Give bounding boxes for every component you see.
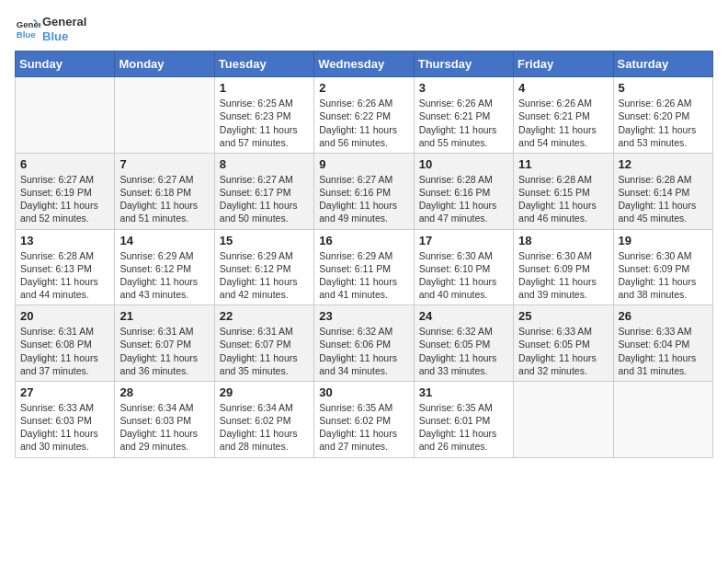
- calendar-cell: 13Sunrise: 6:28 AMSunset: 6:13 PMDayligh…: [16, 229, 115, 305]
- calendar-cell: 4Sunrise: 6:26 AMSunset: 6:21 PMDaylight…: [514, 77, 613, 154]
- calendar-cell: 25Sunrise: 6:33 AMSunset: 6:05 PMDayligh…: [514, 305, 613, 382]
- calendar-cell: 7Sunrise: 6:27 AMSunset: 6:18 PMDaylight…: [115, 153, 214, 229]
- day-number: 1: [220, 81, 309, 95]
- calendar-cell: 22Sunrise: 6:31 AMSunset: 6:07 PMDayligh…: [214, 305, 313, 382]
- calendar-cell: 11Sunrise: 6:28 AMSunset: 6:15 PMDayligh…: [514, 153, 613, 229]
- day-info: Sunrise: 6:27 AMSunset: 6:19 PMDaylight:…: [20, 173, 109, 225]
- day-number: 14: [119, 234, 209, 247]
- day-number: 2: [319, 81, 408, 95]
- calendar-header-monday: Monday: [115, 52, 214, 77]
- calendar-week-row: 6Sunrise: 6:27 AMSunset: 6:19 PMDaylight…: [16, 153, 713, 229]
- day-number: 27: [20, 385, 109, 399]
- day-info: Sunrise: 6:30 AMSunset: 6:09 PMDaylight:…: [518, 249, 608, 302]
- day-number: 21: [119, 309, 209, 323]
- day-info: Sunrise: 6:31 AMSunset: 6:07 PMDaylight:…: [220, 325, 309, 377]
- day-number: 13: [20, 234, 109, 247]
- day-info: Sunrise: 6:28 AMSunset: 6:15 PMDaylight:…: [518, 173, 608, 225]
- calendar-cell: [16, 77, 115, 154]
- day-number: 5: [619, 81, 708, 95]
- day-number: 20: [20, 309, 109, 323]
- calendar-cell: 15Sunrise: 6:29 AMSunset: 6:12 PMDayligh…: [214, 229, 313, 305]
- day-number: 4: [518, 81, 608, 95]
- calendar-cell: 5Sunrise: 6:26 AMSunset: 6:20 PMDaylight…: [613, 77, 712, 154]
- day-info: Sunrise: 6:33 AMSunset: 6:03 PMDaylight:…: [20, 401, 109, 454]
- day-info: Sunrise: 6:26 AMSunset: 6:20 PMDaylight:…: [619, 97, 708, 149]
- day-number: 17: [419, 234, 508, 247]
- day-number: 29: [220, 385, 309, 399]
- day-number: 10: [419, 157, 508, 171]
- day-info: Sunrise: 6:29 AMSunset: 6:11 PMDaylight:…: [319, 249, 408, 302]
- day-number: 16: [319, 234, 408, 247]
- logo-text-general: General: [42, 15, 86, 29]
- svg-text:Blue: Blue: [17, 29, 36, 39]
- calendar-cell: 28Sunrise: 6:34 AMSunset: 6:03 PMDayligh…: [115, 381, 214, 457]
- day-info: Sunrise: 6:27 AMSunset: 6:18 PMDaylight:…: [119, 173, 209, 225]
- calendar-cell: [514, 381, 613, 457]
- calendar-week-row: 20Sunrise: 6:31 AMSunset: 6:08 PMDayligh…: [16, 305, 713, 382]
- day-info: Sunrise: 6:27 AMSunset: 6:16 PMDaylight:…: [319, 173, 408, 225]
- calendar-header-sunday: Sunday: [16, 52, 115, 77]
- day-number: 30: [319, 385, 408, 399]
- day-number: 24: [419, 309, 508, 323]
- day-number: 25: [518, 309, 608, 323]
- day-info: Sunrise: 6:35 AMSunset: 6:01 PMDaylight:…: [419, 401, 508, 454]
- day-info: Sunrise: 6:32 AMSunset: 6:05 PMDaylight:…: [419, 325, 508, 377]
- calendar-week-row: 1Sunrise: 6:25 AMSunset: 6:23 PMDaylight…: [16, 77, 713, 154]
- day-info: Sunrise: 6:31 AMSunset: 6:08 PMDaylight:…: [20, 325, 109, 377]
- calendar-week-row: 27Sunrise: 6:33 AMSunset: 6:03 PMDayligh…: [16, 381, 713, 457]
- page-header: General Blue General Blue: [15, 15, 713, 43]
- logo: General Blue General Blue: [15, 15, 86, 43]
- day-info: Sunrise: 6:28 AMSunset: 6:14 PMDaylight:…: [619, 173, 708, 225]
- day-info: Sunrise: 6:27 AMSunset: 6:17 PMDaylight:…: [220, 173, 309, 225]
- calendar-cell: 3Sunrise: 6:26 AMSunset: 6:21 PMDaylight…: [414, 77, 513, 154]
- calendar-header-wednesday: Wednesday: [314, 52, 414, 77]
- day-info: Sunrise: 6:30 AMSunset: 6:10 PMDaylight:…: [419, 249, 508, 302]
- day-number: 12: [619, 157, 708, 171]
- day-info: Sunrise: 6:34 AMSunset: 6:03 PMDaylight:…: [119, 401, 209, 454]
- calendar-table: SundayMondayTuesdayWednesdayThursdayFrid…: [15, 51, 713, 457]
- day-info: Sunrise: 6:26 AMSunset: 6:22 PMDaylight:…: [319, 97, 408, 149]
- day-info: Sunrise: 6:26 AMSunset: 6:21 PMDaylight:…: [419, 97, 508, 149]
- calendar-cell: 1Sunrise: 6:25 AMSunset: 6:23 PMDaylight…: [214, 77, 313, 154]
- calendar-cell: 24Sunrise: 6:32 AMSunset: 6:05 PMDayligh…: [414, 305, 513, 382]
- svg-text:General: General: [17, 19, 40, 29]
- day-info: Sunrise: 6:28 AMSunset: 6:16 PMDaylight:…: [419, 173, 508, 225]
- calendar-cell: 30Sunrise: 6:35 AMSunset: 6:02 PMDayligh…: [314, 381, 414, 457]
- calendar-cell: 19Sunrise: 6:30 AMSunset: 6:09 PMDayligh…: [613, 229, 712, 305]
- calendar-cell: 26Sunrise: 6:33 AMSunset: 6:04 PMDayligh…: [613, 305, 712, 382]
- calendar-header-thursday: Thursday: [414, 52, 513, 77]
- day-info: Sunrise: 6:29 AMSunset: 6:12 PMDaylight:…: [119, 249, 209, 302]
- day-info: Sunrise: 6:29 AMSunset: 6:12 PMDaylight:…: [220, 249, 309, 302]
- day-number: 19: [619, 234, 708, 247]
- day-number: 18: [518, 234, 608, 247]
- day-number: 11: [518, 157, 608, 171]
- calendar-cell: 31Sunrise: 6:35 AMSunset: 6:01 PMDayligh…: [414, 381, 513, 457]
- calendar-cell: 9Sunrise: 6:27 AMSunset: 6:16 PMDaylight…: [314, 153, 414, 229]
- day-number: 28: [119, 385, 209, 399]
- calendar-cell: 23Sunrise: 6:32 AMSunset: 6:06 PMDayligh…: [314, 305, 414, 382]
- day-info: Sunrise: 6:26 AMSunset: 6:21 PMDaylight:…: [518, 97, 608, 149]
- calendar-cell: 2Sunrise: 6:26 AMSunset: 6:22 PMDaylight…: [314, 77, 414, 154]
- logo-icon: General Blue: [15, 17, 40, 42]
- day-info: Sunrise: 6:32 AMSunset: 6:06 PMDaylight:…: [319, 325, 408, 377]
- calendar-cell: [613, 381, 712, 457]
- day-info: Sunrise: 6:25 AMSunset: 6:23 PMDaylight:…: [220, 97, 309, 149]
- calendar-header-row: SundayMondayTuesdayWednesdayThursdayFrid…: [16, 52, 713, 77]
- calendar-header-friday: Friday: [514, 52, 613, 77]
- calendar-cell: 29Sunrise: 6:34 AMSunset: 6:02 PMDayligh…: [214, 381, 313, 457]
- calendar-cell: 14Sunrise: 6:29 AMSunset: 6:12 PMDayligh…: [115, 229, 214, 305]
- day-number: 15: [220, 234, 309, 247]
- day-number: 8: [220, 157, 309, 171]
- calendar-header-saturday: Saturday: [613, 52, 712, 77]
- calendar-cell: 27Sunrise: 6:33 AMSunset: 6:03 PMDayligh…: [16, 381, 115, 457]
- day-number: 7: [119, 157, 209, 171]
- day-info: Sunrise: 6:35 AMSunset: 6:02 PMDaylight:…: [319, 401, 408, 454]
- day-number: 6: [20, 157, 109, 171]
- day-info: Sunrise: 6:33 AMSunset: 6:04 PMDaylight:…: [619, 325, 708, 377]
- day-info: Sunrise: 6:28 AMSunset: 6:13 PMDaylight:…: [20, 249, 109, 302]
- calendar-cell: 17Sunrise: 6:30 AMSunset: 6:10 PMDayligh…: [414, 229, 513, 305]
- day-info: Sunrise: 6:33 AMSunset: 6:05 PMDaylight:…: [518, 325, 608, 377]
- day-info: Sunrise: 6:34 AMSunset: 6:02 PMDaylight:…: [220, 401, 309, 454]
- calendar-cell: 12Sunrise: 6:28 AMSunset: 6:14 PMDayligh…: [613, 153, 712, 229]
- calendar-cell: 20Sunrise: 6:31 AMSunset: 6:08 PMDayligh…: [16, 305, 115, 382]
